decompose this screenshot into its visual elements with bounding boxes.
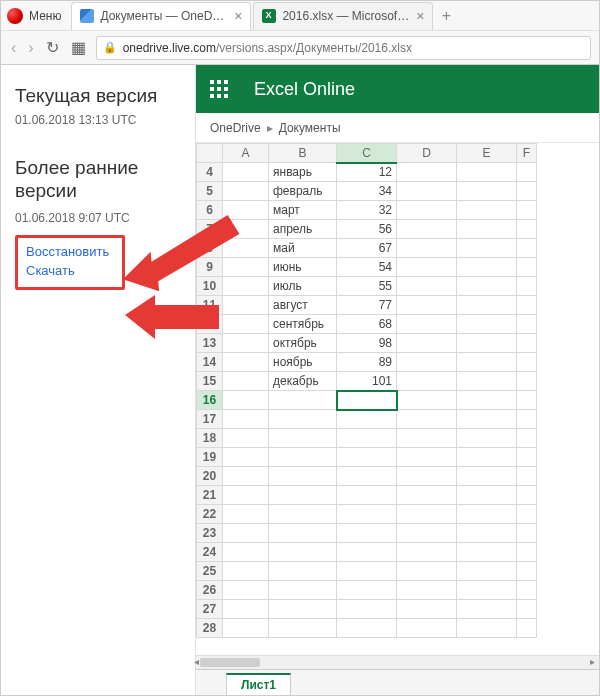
cell[interactable] (517, 581, 537, 600)
cell[interactable] (517, 448, 537, 467)
row-header[interactable]: 22 (197, 505, 223, 524)
cell[interactable] (517, 467, 537, 486)
cell[interactable] (397, 505, 457, 524)
cell[interactable] (269, 524, 337, 543)
cell[interactable] (337, 391, 397, 410)
cell[interactable] (397, 524, 457, 543)
row-header[interactable]: 25 (197, 562, 223, 581)
forward-button[interactable]: › (26, 39, 35, 57)
sheet-tab[interactable]: Лист1 (226, 673, 291, 695)
cell[interactable] (517, 182, 537, 201)
cell[interactable]: 77 (337, 296, 397, 315)
tab-onedrive[interactable]: Документы — OneDrive × (71, 2, 251, 30)
cell[interactable] (457, 410, 517, 429)
cell[interactable]: сентябрь (269, 315, 337, 334)
cell[interactable] (457, 258, 517, 277)
cell[interactable] (517, 315, 537, 334)
spreadsheet-grid[interactable]: A B C D E F 4январь125февраль346март327а… (196, 143, 537, 638)
cell[interactable] (457, 239, 517, 258)
cell[interactable]: 56 (337, 220, 397, 239)
cell[interactable] (397, 315, 457, 334)
cell[interactable] (269, 505, 337, 524)
cell[interactable]: февраль (269, 182, 337, 201)
cell[interactable] (269, 467, 337, 486)
cell[interactable] (457, 163, 517, 182)
cell[interactable] (223, 296, 269, 315)
cell[interactable]: 101 (337, 372, 397, 391)
cell[interactable]: 55 (337, 277, 397, 296)
cell[interactable] (337, 619, 397, 638)
cell[interactable] (397, 372, 457, 391)
cell[interactable] (457, 581, 517, 600)
cell[interactable] (223, 429, 269, 448)
cell[interactable] (517, 505, 537, 524)
cell[interactable] (457, 201, 517, 220)
cell[interactable] (337, 505, 397, 524)
cell[interactable]: ноябрь (269, 353, 337, 372)
cell[interactable] (397, 486, 457, 505)
cell[interactable]: 98 (337, 334, 397, 353)
cell[interactable] (223, 315, 269, 334)
row-header[interactable]: 4 (197, 163, 223, 182)
cell[interactable] (517, 524, 537, 543)
cell[interactable] (337, 581, 397, 600)
row-header[interactable]: 10 (197, 277, 223, 296)
cell[interactable] (457, 391, 517, 410)
cell[interactable] (457, 220, 517, 239)
cell[interactable] (457, 182, 517, 201)
cell[interactable]: март (269, 201, 337, 220)
row-header[interactable]: 17 (197, 410, 223, 429)
cell[interactable] (457, 353, 517, 372)
cell[interactable] (517, 258, 537, 277)
cell[interactable] (223, 239, 269, 258)
cell[interactable] (517, 296, 537, 315)
cell[interactable] (223, 258, 269, 277)
cell[interactable] (457, 543, 517, 562)
cell[interactable] (517, 334, 537, 353)
cell[interactable] (457, 429, 517, 448)
row-header[interactable]: 13 (197, 334, 223, 353)
cell[interactable] (517, 410, 537, 429)
cell[interactable] (269, 486, 337, 505)
cell[interactable]: август (269, 296, 337, 315)
cell[interactable]: май (269, 239, 337, 258)
cell[interactable] (457, 524, 517, 543)
close-tab-icon[interactable]: × (416, 8, 424, 24)
row-header[interactable]: 12 (197, 315, 223, 334)
cell[interactable] (517, 543, 537, 562)
cell[interactable] (397, 201, 457, 220)
cell[interactable] (397, 619, 457, 638)
cell[interactable]: 34 (337, 182, 397, 201)
cell[interactable]: октябрь (269, 334, 337, 353)
cell[interactable] (269, 410, 337, 429)
row-header[interactable]: 28 (197, 619, 223, 638)
cell[interactable] (397, 296, 457, 315)
cell[interactable] (337, 543, 397, 562)
row-header[interactable]: 7 (197, 220, 223, 239)
row-header[interactable]: 19 (197, 448, 223, 467)
cell[interactable] (517, 239, 537, 258)
cell[interactable]: 32 (337, 201, 397, 220)
cell[interactable] (223, 467, 269, 486)
row-header[interactable]: 26 (197, 581, 223, 600)
cell[interactable] (397, 600, 457, 619)
cell[interactable] (457, 448, 517, 467)
cell[interactable] (457, 296, 517, 315)
cell[interactable] (397, 239, 457, 258)
cell[interactable] (269, 391, 337, 410)
cell[interactable] (269, 429, 337, 448)
cell[interactable] (223, 201, 269, 220)
cell[interactable] (223, 524, 269, 543)
cell[interactable] (397, 353, 457, 372)
cell[interactable] (517, 372, 537, 391)
url-field[interactable]: 🔒 onedrive.live.com /versions.aspx/Докум… (96, 36, 591, 60)
cell[interactable] (223, 182, 269, 201)
cell[interactable] (337, 486, 397, 505)
cell[interactable] (269, 619, 337, 638)
cell[interactable] (517, 391, 537, 410)
cell[interactable] (517, 201, 537, 220)
row-header[interactable]: 16 (197, 391, 223, 410)
row-header[interactable]: 6 (197, 201, 223, 220)
cell[interactable]: 12 (337, 163, 397, 182)
cell[interactable] (337, 410, 397, 429)
